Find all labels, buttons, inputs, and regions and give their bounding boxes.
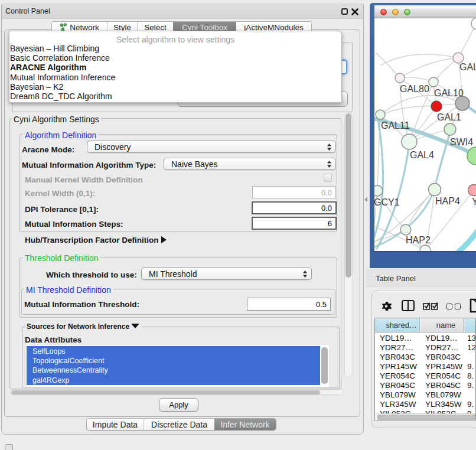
svg-text:GAL: GAL (459, 62, 476, 72)
svg-text:GAL10: GAL10 (434, 88, 464, 98)
svg-text:GAL11: GAL11 (381, 120, 410, 131)
svg-text:GAL80: GAL80 (400, 84, 429, 94)
svg-text:HAP4: HAP4 (435, 196, 460, 206)
svg-text:GAL4: GAL4 (410, 150, 434, 160)
svg-text:HAP2: HAP2 (406, 235, 431, 245)
svg-text:SWI4: SWI4 (450, 137, 473, 147)
svg-text:Y: Y (472, 197, 476, 207)
svg-text:GAL1: GAL1 (437, 112, 461, 122)
svg-text:GCY1: GCY1 (374, 197, 400, 207)
